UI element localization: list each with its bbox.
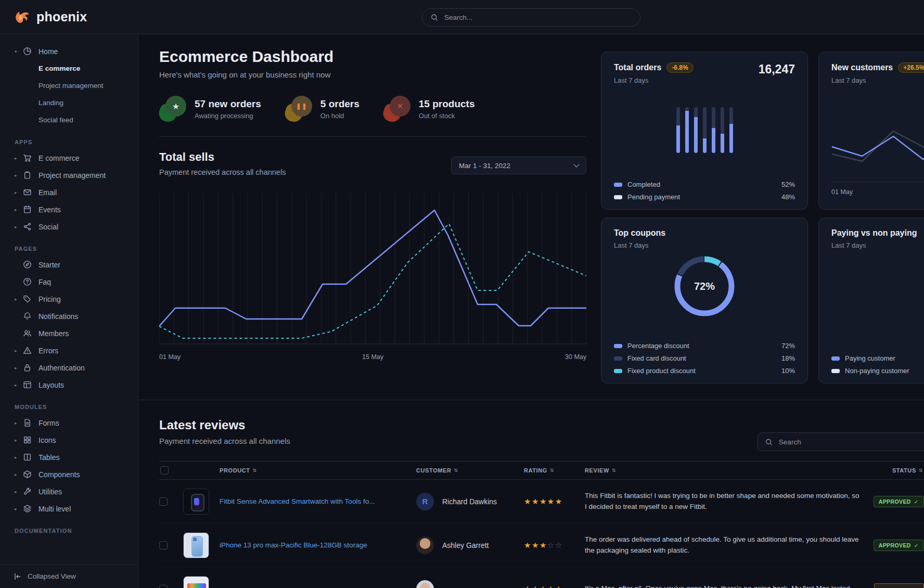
stacked-bar [685, 107, 689, 153]
sidebar-subitem-social-feed[interactable]: Social feed [0, 111, 138, 129]
product-link[interactable]: Fitbit Sense Advanced Smartwatch with To… [220, 497, 375, 505]
sidebar-item-label: Pricing [38, 295, 61, 303]
sidebar-item-authentication[interactable]: ▸Authentication [0, 359, 138, 376]
date-range-select[interactable]: Mar 1 - 31, 2022 [451, 157, 586, 174]
legend-label: Fixed product discount [627, 367, 696, 375]
global-search[interactable] [422, 8, 640, 27]
sidebar-item-icons[interactable]: ▸Icons [0, 431, 138, 449]
card-period: Last 7 days [614, 76, 795, 84]
col-header-product[interactable]: PRODUCT ⇅ [183, 467, 416, 474]
cube-icon [23, 470, 32, 479]
chevron-down-icon [573, 161, 579, 167]
caret-right-icon: ▸ [15, 173, 23, 178]
sidebar-item-email[interactable]: ▸Email [0, 184, 138, 201]
product-link[interactable]: iPhone 13 pro max-Pacific Blue-128GB sto… [220, 541, 367, 549]
x-icon: ✕ [383, 96, 410, 122]
top-navbar: phoenix [0, 0, 924, 34]
sidebar-item-notifications[interactable]: Notifications [0, 308, 138, 325]
sidebar-item-home[interactable]: ▾Home [0, 43, 138, 60]
caret-right-icon: ▸ [15, 455, 23, 460]
stat-caption: Out of stock [419, 112, 475, 120]
new-customers-line-chart [819, 120, 924, 182]
search-icon [431, 14, 438, 21]
sidebar-subitem-landing[interactable]: Landing [0, 94, 138, 111]
row-checkbox[interactable] [159, 541, 168, 549]
collapse-label: Collapsed View [28, 572, 76, 580]
col-header-rating[interactable]: RATING ⇅ [524, 467, 585, 474]
legend-swatch [614, 356, 622, 361]
col-header-customer[interactable]: CUSTOMER ⇅ [416, 467, 524, 474]
sidebar-item-utilities[interactable]: ▸Utilities [0, 483, 138, 500]
sidebar-item-label: Social [38, 223, 58, 231]
check-icon: ✓ [914, 498, 919, 505]
product-thumbnail [183, 489, 209, 515]
sidebar-item-events[interactable]: ▸Events [0, 201, 138, 218]
collapse-sidebar-button[interactable]: Collapsed View [0, 564, 138, 588]
avatar [416, 580, 434, 588]
stat-success: ★57 new ordersAwating processing [159, 96, 261, 122]
col-header-status[interactable]: STATUS ⇅ [868, 467, 924, 474]
check-icon: ✓ [914, 542, 919, 548]
brand-logo[interactable]: phoenix [14, 9, 87, 25]
x-tick: 01 May [159, 353, 181, 361]
sidebar-item-errors[interactable]: ▸Errors [0, 342, 138, 359]
sidebar-item-layouts[interactable]: ▸Layouts [0, 376, 138, 393]
mini-x-tick: 01 May [831, 188, 853, 196]
sidebar-item-label: Tables [38, 453, 59, 462]
mini-axis-line [831, 182, 924, 182]
legend-label: Fixed card discount [627, 354, 686, 362]
sidebar-item-label: Multi level [38, 505, 71, 513]
sidebar-nav: ▾HomeE commerceProject managementLanding… [0, 34, 138, 588]
legend-row: Fixed product discount10% [614, 367, 795, 375]
select-all-checkbox[interactable] [160, 466, 169, 475]
row-checkbox[interactable] [159, 497, 168, 506]
status-label: APPROVED [879, 542, 911, 548]
reviews-search-input[interactable] [778, 438, 924, 446]
col-header-review[interactable]: REVIEW ⇅ [585, 467, 868, 474]
sidebar-subitem-project-management[interactable]: Project management [0, 77, 138, 94]
sidebar-item-starter[interactable]: Starter [0, 256, 138, 273]
legend-swatch [614, 344, 622, 348]
stat-caption: On hold [320, 112, 360, 120]
sidebar-item-forms[interactable]: ▸Forms [0, 414, 138, 431]
legend-label: Paying customer [845, 354, 895, 362]
sidebar-item-label: Authentication [38, 364, 85, 372]
sidebar-section-label: MODULES [15, 404, 138, 410]
row-checkbox[interactable] [159, 585, 168, 588]
sidebar-item-social[interactable]: ▸Social [0, 218, 138, 235]
clipboard-icon [23, 171, 32, 180]
search-input[interactable] [443, 13, 632, 22]
sidebar-section-label: DOCUMENTATION [15, 528, 138, 534]
caret-right-icon: ▸ [15, 365, 23, 370]
customer-name: Ashley Garrett [442, 541, 489, 549]
caret-right-icon: ▸ [15, 420, 23, 426]
legend-label: Completed [627, 181, 660, 188]
table-row: iPhone 13 pro max-Pacific Blue-128GB sto… [159, 523, 924, 567]
total-sells-chart: 01 May 15 May 30 May [159, 187, 586, 361]
sidebar-section-label: PAGES [15, 246, 138, 252]
sidebar-item-e-commerce[interactable]: ▸E commerce [0, 149, 138, 167]
sidebar-item-multi-level[interactable]: ▸Multi level [0, 500, 138, 517]
sidebar-item-components[interactable]: ▸Components [0, 466, 138, 483]
sidebar-item-label: E commerce [38, 154, 80, 162]
legend-swatch [831, 356, 840, 361]
caret-right-icon: ▸ [15, 472, 23, 477]
sidebar-subitem-e-commerce[interactable]: E commerce [0, 60, 138, 77]
table-row: Fitbit Sense Advanced Smartwatch with To… [159, 480, 924, 523]
sidebar-item-label: Members [38, 329, 69, 338]
card-title: Total orders [614, 63, 661, 72]
sidebar-item-pricing[interactable]: ▸Pricing [0, 290, 138, 308]
layers-icon [23, 504, 32, 513]
sidebar-item-tables[interactable]: ▸Tables [0, 449, 138, 466]
sort-icon: ⇅ [919, 468, 923, 473]
sidebar-item-faq[interactable]: Faq [0, 273, 138, 290]
sidebar-item-members[interactable]: Members [0, 325, 138, 342]
legend-value: 18% [781, 354, 795, 362]
card-new-customers: New customers +26.5% Last 7 days 01 May [818, 52, 924, 210]
sidebar-item-project-management[interactable]: ▸Project management [0, 167, 138, 184]
trend-badge: +26.5% [898, 62, 924, 73]
stacked-bar [729, 107, 733, 153]
sidebar-item-label: Events [38, 206, 61, 214]
reviews-search[interactable] [758, 432, 924, 451]
donut-center-value: 72% [694, 280, 715, 292]
